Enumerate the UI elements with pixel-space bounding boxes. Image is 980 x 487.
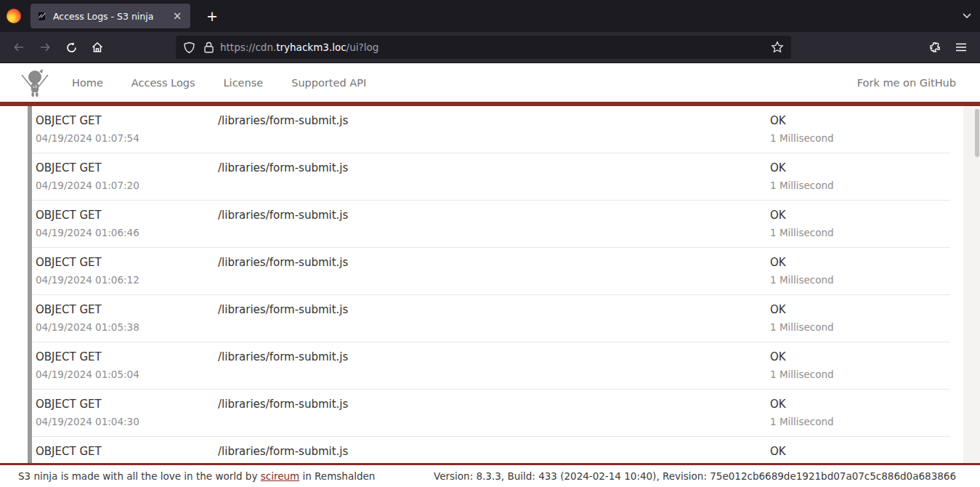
- log-row[interactable]: OBJECT GET 04/19/2024 01:05:04 /librarie…: [32, 342, 950, 390]
- menu-hamburger-icon[interactable]: [949, 36, 973, 58]
- log-duration: 1 Millisecond: [770, 273, 950, 287]
- shield-icon[interactable]: [183, 41, 195, 54]
- log-method: OBJECT GET: [36, 349, 218, 365]
- log-method: OBJECT GET: [36, 113, 218, 129]
- new-tab-button[interactable]: +: [202, 6, 222, 26]
- log-status: OK: [770, 160, 950, 176]
- log-status: OK: [770, 113, 950, 129]
- log-method: OBJECT GET: [36, 254, 218, 270]
- s3ninja-favicon-icon: [36, 11, 47, 22]
- log-status: OK: [770, 254, 950, 270]
- log-path: /libraries/form-submit.js: [218, 113, 770, 129]
- log-timestamp: 04/19/2024 01:05:38: [36, 320, 218, 334]
- nav-link[interactable]: Access Logs: [131, 77, 195, 89]
- log-duration: 1 Millisecond: [770, 367, 950, 382]
- nav-link[interactable]: Home: [72, 77, 103, 89]
- github-fork-link[interactable]: Fork me on GitHub: [857, 77, 956, 89]
- access-log-list: OBJECT GET 04/19/2024 01:07:54 /librarie…: [0, 106, 980, 463]
- log-duration: 1 Millisecond: [770, 225, 950, 240]
- log-path: /libraries/form-submit.js: [218, 254, 770, 270]
- log-duration: 1 Millisecond: [770, 320, 950, 334]
- log-method: OBJECT GET: [36, 160, 218, 176]
- reload-button[interactable]: [60, 36, 83, 58]
- tab-close-icon[interactable]: ×: [170, 9, 185, 23]
- firefox-logo-icon[interactable]: [7, 9, 21, 23]
- log-method: OBJECT GET: [36, 396, 218, 412]
- log-duration: 1 Millisecond: [770, 131, 950, 145]
- log-timestamp: 04/19/2024 01:04:30: [36, 414, 218, 429]
- extensions-puzzle-icon[interactable]: [923, 36, 947, 58]
- log-row[interactable]: OBJECT GET /libraries/form-submit.js OK: [32, 437, 950, 463]
- bookmark-star-icon[interactable]: [771, 41, 784, 54]
- tab-title: Access Logs - S3 ninja: [53, 11, 170, 22]
- lock-icon[interactable]: [203, 41, 214, 54]
- log-path: /libraries/form-submit.js: [218, 160, 770, 176]
- log-method: OBJECT GET: [36, 302, 218, 318]
- log-duration: 1 Millisecond: [770, 178, 950, 193]
- log-method: OBJECT GET: [36, 443, 218, 459]
- log-path: /libraries/form-submit.js: [218, 443, 770, 459]
- log-timestamp: 04/19/2024 01:05:04: [36, 367, 218, 382]
- site-nav: HomeAccess LogsLicenseSupported API: [72, 77, 366, 89]
- log-status: OK: [770, 302, 950, 318]
- log-panel: OBJECT GET 04/19/2024 01:07:54 /librarie…: [28, 106, 950, 463]
- back-button[interactable]: [7, 36, 31, 58]
- forward-button[interactable]: [33, 36, 57, 58]
- log-timestamp: 04/19/2024 01:06:12: [36, 273, 218, 287]
- log-path: /libraries/form-submit.js: [218, 207, 770, 223]
- log-path: /libraries/form-submit.js: [218, 396, 770, 412]
- log-status: OK: [770, 349, 950, 365]
- log-duration: 1 Millisecond: [770, 414, 950, 429]
- log-path: /libraries/form-submit.js: [218, 349, 770, 365]
- log-row[interactable]: OBJECT GET 04/19/2024 01:06:46 /librarie…: [32, 201, 950, 248]
- s3ninja-logo[interactable]: s3: [18, 66, 52, 100]
- log-row[interactable]: OBJECT GET 04/19/2024 01:06:12 /librarie…: [32, 248, 950, 295]
- log-path: /libraries/form-submit.js: [218, 302, 770, 318]
- log-timestamp: 04/19/2024 01:07:54: [36, 131, 218, 145]
- log-row[interactable]: OBJECT GET 04/19/2024 01:04:30 /librarie…: [32, 390, 950, 437]
- svg-text:s3: s3: [33, 84, 37, 89]
- log-status: OK: [770, 207, 950, 223]
- log-status: OK: [770, 443, 950, 459]
- log-row[interactable]: OBJECT GET 04/19/2024 01:07:54 /librarie…: [32, 106, 950, 153]
- site-header: s3 HomeAccess LogsLicenseSupported API F…: [0, 63, 980, 102]
- list-tabs-chevron-icon[interactable]: [960, 9, 973, 22]
- scireum-link[interactable]: scireum: [261, 470, 299, 482]
- home-button[interactable]: [86, 36, 109, 58]
- footer-version-info: Version: 8.3.3, Build: 433 (2024-02-14 1…: [434, 470, 956, 482]
- url-text[interactable]: https://cdn.tryhackm3.loc/ui?log: [220, 41, 771, 53]
- log-row[interactable]: OBJECT GET 04/19/2024 01:07:20 /librarie…: [32, 153, 950, 201]
- site-footer: S3 ninja is made with all the love in th…: [0, 463, 980, 487]
- log-timestamp: 04/19/2024 01:06:46: [36, 225, 218, 240]
- page-scrollbar-thumb[interactable]: [975, 109, 979, 157]
- page-scrollbar-track[interactable]: [963, 106, 980, 463]
- browser-tab[interactable]: Access Logs - S3 ninja ×: [31, 4, 190, 28]
- log-timestamp: 04/19/2024 01:07:20: [36, 178, 218, 193]
- browser-toolbar: https://cdn.tryhackm3.loc/ui?log: [0, 32, 980, 63]
- log-row[interactable]: OBJECT GET 04/19/2024 01:05:38 /librarie…: [32, 295, 950, 342]
- url-bar[interactable]: https://cdn.tryhackm3.loc/ui?log: [176, 36, 791, 59]
- log-method: OBJECT GET: [36, 207, 218, 223]
- footer-credit: S3 ninja is made with all the love in th…: [18, 470, 375, 482]
- browser-tab-bar: Access Logs - S3 ninja × +: [0, 0, 980, 32]
- nav-link[interactable]: Supported API: [291, 77, 366, 89]
- nav-link[interactable]: License: [224, 77, 264, 89]
- log-status: OK: [770, 396, 950, 412]
